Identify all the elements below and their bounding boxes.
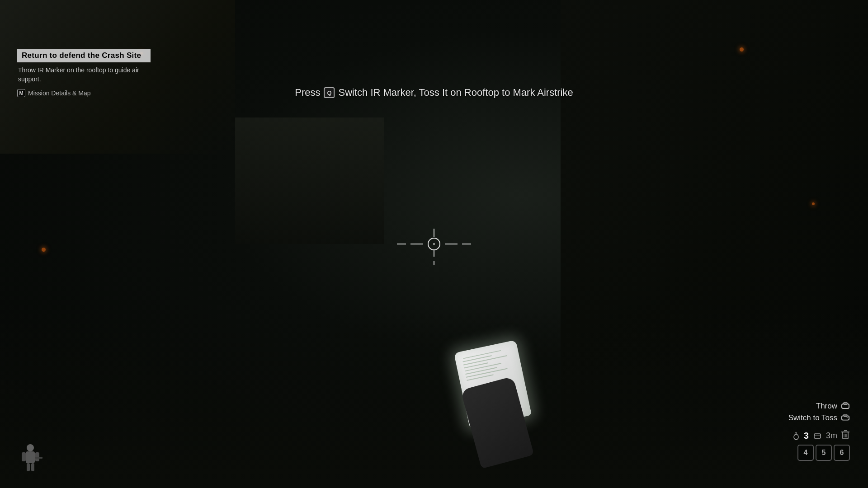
ammo-distance: 3m [826, 431, 837, 441]
svg-rect-20 [27, 463, 30, 471]
svg-rect-8 [814, 434, 821, 438]
player-icon [18, 443, 43, 474]
ammo-row: 3 3m [788, 430, 850, 442]
ammo-count: 3 [804, 431, 809, 441]
hud-hint: Press Q Switch IR Marker, Toss It on Roo… [295, 87, 573, 99]
switch-icon [841, 413, 850, 422]
hud-bottom-right: Throw Switch to Toss [788, 402, 850, 461]
map-key-badge: M [17, 89, 25, 97]
spark-particle [42, 248, 46, 252]
crosshair-line-bottom [434, 250, 434, 257]
switch-label: Switch to Toss [788, 413, 837, 422]
crosshair-line-right [445, 244, 458, 244]
crosshair-line-bottom2 [434, 261, 434, 265]
key-5: 5 [816, 445, 832, 461]
hud-press-label: Press [295, 87, 320, 99]
number-key-row: 4 5 6 [788, 445, 850, 461]
svg-rect-18 [22, 452, 26, 461]
svg-point-16 [27, 444, 34, 451]
switch-action-row: Switch to Toss [788, 413, 850, 422]
svg-point-5 [794, 434, 798, 440]
crosshair-dot [433, 243, 435, 245]
svg-rect-17 [26, 451, 35, 463]
hud-key-badge: Q [324, 87, 335, 98]
ir-marker-item [457, 341, 561, 463]
spark-particle [740, 47, 744, 52]
grenade-icon [792, 432, 800, 440]
svg-rect-3 [844, 414, 847, 417]
marker-icon [812, 431, 822, 441]
map-link-label: Mission Details & Map [28, 89, 91, 97]
action-labels: Throw Switch to Toss [788, 402, 850, 422]
objective-box: Return to defend the Crash Site Throw IR… [17, 49, 151, 97]
svg-rect-22 [35, 457, 42, 459]
throw-action-row: Throw [816, 402, 850, 411]
trash-icon [841, 430, 850, 442]
crosshair-line-left2 [397, 244, 406, 244]
crosshair-line-top [434, 229, 434, 237]
throw-label: Throw [816, 402, 837, 411]
key-4: 4 [797, 445, 814, 461]
env-center-block [235, 117, 384, 244]
throw-icon [841, 402, 850, 411]
env-floor [0, 307, 868, 488]
crosshair-line-right2 [462, 244, 471, 244]
hud-action-text: Switch IR Marker, Toss It on Rooftop to … [339, 87, 573, 99]
objective-subtitle: Throw IR Marker on the rooftop to guide … [17, 62, 151, 87]
key-6: 6 [834, 445, 850, 461]
objective-map-link[interactable]: M Mission Details & Map [17, 89, 151, 97]
crosshair-line-left [410, 244, 423, 244]
objective-title: Return to defend the Crash Site [17, 49, 151, 62]
svg-rect-21 [31, 463, 34, 471]
spark-particle [812, 202, 815, 205]
